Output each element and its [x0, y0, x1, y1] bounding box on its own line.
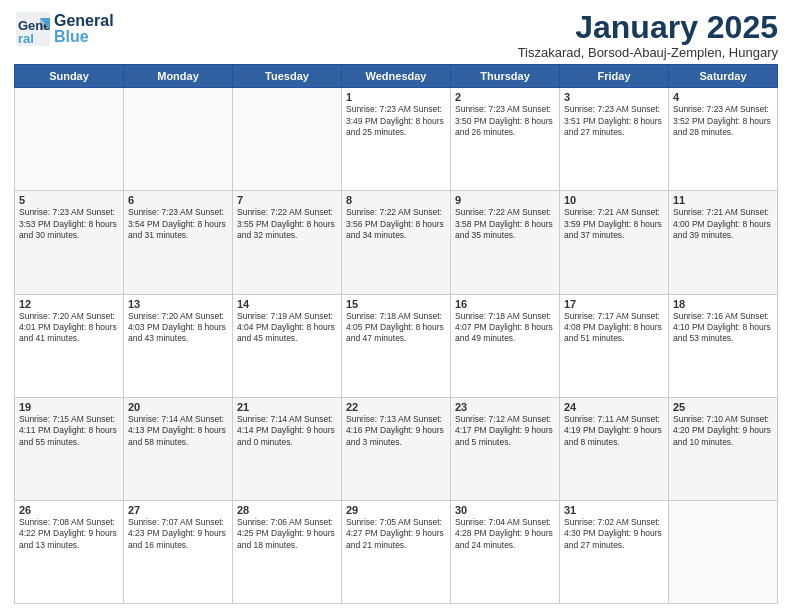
day-number: 1	[346, 91, 446, 103]
day-info: Sunrise: 7:22 AM Sunset: 3:55 PM Dayligh…	[237, 207, 337, 241]
logo-icon: Gene ral	[14, 10, 52, 48]
svg-text:ral: ral	[18, 31, 34, 46]
day-info: Sunrise: 7:21 AM Sunset: 3:59 PM Dayligh…	[564, 207, 664, 241]
calendar-cell: 6Sunrise: 7:23 AM Sunset: 3:54 PM Daylig…	[124, 191, 233, 294]
day-info: Sunrise: 7:19 AM Sunset: 4:04 PM Dayligh…	[237, 311, 337, 345]
calendar-cell: 22Sunrise: 7:13 AM Sunset: 4:16 PM Dayli…	[342, 397, 451, 500]
calendar-cell: 3Sunrise: 7:23 AM Sunset: 3:51 PM Daylig…	[560, 88, 669, 191]
calendar-cell: 1Sunrise: 7:23 AM Sunset: 3:49 PM Daylig…	[342, 88, 451, 191]
day-info: Sunrise: 7:05 AM Sunset: 4:27 PM Dayligh…	[346, 517, 446, 551]
day-number: 20	[128, 401, 228, 413]
day-info: Sunrise: 7:23 AM Sunset: 3:49 PM Dayligh…	[346, 104, 446, 138]
calendar-cell: 15Sunrise: 7:18 AM Sunset: 4:05 PM Dayli…	[342, 294, 451, 397]
logo-blue-text: Blue	[54, 29, 114, 45]
day-number: 5	[19, 194, 119, 206]
calendar-cell: 21Sunrise: 7:14 AM Sunset: 4:14 PM Dayli…	[233, 397, 342, 500]
day-info: Sunrise: 7:07 AM Sunset: 4:23 PM Dayligh…	[128, 517, 228, 551]
calendar-week-row: 5Sunrise: 7:23 AM Sunset: 3:53 PM Daylig…	[15, 191, 778, 294]
calendar-cell: 16Sunrise: 7:18 AM Sunset: 4:07 PM Dayli…	[451, 294, 560, 397]
col-monday: Monday	[124, 65, 233, 88]
page: Gene ral General Blue January 2025 Tisza…	[0, 0, 792, 612]
day-number: 13	[128, 298, 228, 310]
calendar-header: Sunday Monday Tuesday Wednesday Thursday…	[15, 65, 778, 88]
day-info: Sunrise: 7:23 AM Sunset: 3:52 PM Dayligh…	[673, 104, 773, 138]
title-block: January 2025 Tiszakarad, Borsod-Abauj-Ze…	[518, 10, 778, 60]
day-number: 28	[237, 504, 337, 516]
calendar-cell: 11Sunrise: 7:21 AM Sunset: 4:00 PM Dayli…	[669, 191, 778, 294]
calendar-cell: 12Sunrise: 7:20 AM Sunset: 4:01 PM Dayli…	[15, 294, 124, 397]
day-number: 8	[346, 194, 446, 206]
day-number: 7	[237, 194, 337, 206]
day-info: Sunrise: 7:13 AM Sunset: 4:16 PM Dayligh…	[346, 414, 446, 448]
day-number: 29	[346, 504, 446, 516]
calendar-cell	[233, 88, 342, 191]
day-number: 15	[346, 298, 446, 310]
day-info: Sunrise: 7:18 AM Sunset: 4:07 PM Dayligh…	[455, 311, 555, 345]
day-number: 23	[455, 401, 555, 413]
header: Gene ral General Blue January 2025 Tisza…	[14, 10, 778, 60]
calendar-cell: 19Sunrise: 7:15 AM Sunset: 4:11 PM Dayli…	[15, 397, 124, 500]
location: Tiszakarad, Borsod-Abauj-Zemplen, Hungar…	[518, 45, 778, 60]
day-info: Sunrise: 7:11 AM Sunset: 4:19 PM Dayligh…	[564, 414, 664, 448]
day-info: Sunrise: 7:23 AM Sunset: 3:53 PM Dayligh…	[19, 207, 119, 241]
day-info: Sunrise: 7:08 AM Sunset: 4:22 PM Dayligh…	[19, 517, 119, 551]
day-info: Sunrise: 7:23 AM Sunset: 3:54 PM Dayligh…	[128, 207, 228, 241]
col-friday: Friday	[560, 65, 669, 88]
calendar-cell: 9Sunrise: 7:22 AM Sunset: 3:58 PM Daylig…	[451, 191, 560, 294]
day-info: Sunrise: 7:22 AM Sunset: 3:56 PM Dayligh…	[346, 207, 446, 241]
calendar-cell	[669, 500, 778, 603]
day-info: Sunrise: 7:23 AM Sunset: 3:51 PM Dayligh…	[564, 104, 664, 138]
day-info: Sunrise: 7:16 AM Sunset: 4:10 PM Dayligh…	[673, 311, 773, 345]
day-number: 12	[19, 298, 119, 310]
col-saturday: Saturday	[669, 65, 778, 88]
day-number: 16	[455, 298, 555, 310]
day-info: Sunrise: 7:22 AM Sunset: 3:58 PM Dayligh…	[455, 207, 555, 241]
calendar-cell: 10Sunrise: 7:21 AM Sunset: 3:59 PM Dayli…	[560, 191, 669, 294]
calendar-cell: 28Sunrise: 7:06 AM Sunset: 4:25 PM Dayli…	[233, 500, 342, 603]
calendar-week-row: 19Sunrise: 7:15 AM Sunset: 4:11 PM Dayli…	[15, 397, 778, 500]
calendar-table: Sunday Monday Tuesday Wednesday Thursday…	[14, 64, 778, 604]
day-info: Sunrise: 7:21 AM Sunset: 4:00 PM Dayligh…	[673, 207, 773, 241]
calendar-cell: 8Sunrise: 7:22 AM Sunset: 3:56 PM Daylig…	[342, 191, 451, 294]
day-number: 6	[128, 194, 228, 206]
calendar-cell: 7Sunrise: 7:22 AM Sunset: 3:55 PM Daylig…	[233, 191, 342, 294]
col-wednesday: Wednesday	[342, 65, 451, 88]
day-number: 2	[455, 91, 555, 103]
calendar-cell: 31Sunrise: 7:02 AM Sunset: 4:30 PM Dayli…	[560, 500, 669, 603]
calendar-cell: 27Sunrise: 7:07 AM Sunset: 4:23 PM Dayli…	[124, 500, 233, 603]
calendar-cell: 14Sunrise: 7:19 AM Sunset: 4:04 PM Dayli…	[233, 294, 342, 397]
day-number: 14	[237, 298, 337, 310]
day-info: Sunrise: 7:15 AM Sunset: 4:11 PM Dayligh…	[19, 414, 119, 448]
day-number: 10	[564, 194, 664, 206]
calendar-cell: 25Sunrise: 7:10 AM Sunset: 4:20 PM Dayli…	[669, 397, 778, 500]
calendar-week-row: 12Sunrise: 7:20 AM Sunset: 4:01 PM Dayli…	[15, 294, 778, 397]
day-number: 21	[237, 401, 337, 413]
calendar-body: 1Sunrise: 7:23 AM Sunset: 3:49 PM Daylig…	[15, 88, 778, 604]
day-number: 27	[128, 504, 228, 516]
col-sunday: Sunday	[15, 65, 124, 88]
day-number: 24	[564, 401, 664, 413]
col-thursday: Thursday	[451, 65, 560, 88]
calendar-week-row: 26Sunrise: 7:08 AM Sunset: 4:22 PM Dayli…	[15, 500, 778, 603]
day-number: 4	[673, 91, 773, 103]
logo-general-text: General	[54, 13, 114, 29]
day-info: Sunrise: 7:14 AM Sunset: 4:14 PM Dayligh…	[237, 414, 337, 448]
calendar-cell: 23Sunrise: 7:12 AM Sunset: 4:17 PM Dayli…	[451, 397, 560, 500]
day-info: Sunrise: 7:20 AM Sunset: 4:03 PM Dayligh…	[128, 311, 228, 345]
day-info: Sunrise: 7:23 AM Sunset: 3:50 PM Dayligh…	[455, 104, 555, 138]
calendar-cell: 5Sunrise: 7:23 AM Sunset: 3:53 PM Daylig…	[15, 191, 124, 294]
day-info: Sunrise: 7:12 AM Sunset: 4:17 PM Dayligh…	[455, 414, 555, 448]
day-number: 19	[19, 401, 119, 413]
day-number: 18	[673, 298, 773, 310]
day-number: 31	[564, 504, 664, 516]
day-number: 25	[673, 401, 773, 413]
calendar-cell	[124, 88, 233, 191]
logo-name: General Blue	[54, 13, 114, 45]
day-number: 9	[455, 194, 555, 206]
day-number: 3	[564, 91, 664, 103]
calendar-cell: 20Sunrise: 7:14 AM Sunset: 4:13 PM Dayli…	[124, 397, 233, 500]
day-info: Sunrise: 7:18 AM Sunset: 4:05 PM Dayligh…	[346, 311, 446, 345]
calendar-cell: 24Sunrise: 7:11 AM Sunset: 4:19 PM Dayli…	[560, 397, 669, 500]
calendar-cell: 18Sunrise: 7:16 AM Sunset: 4:10 PM Dayli…	[669, 294, 778, 397]
logo: Gene ral General Blue	[14, 10, 114, 48]
